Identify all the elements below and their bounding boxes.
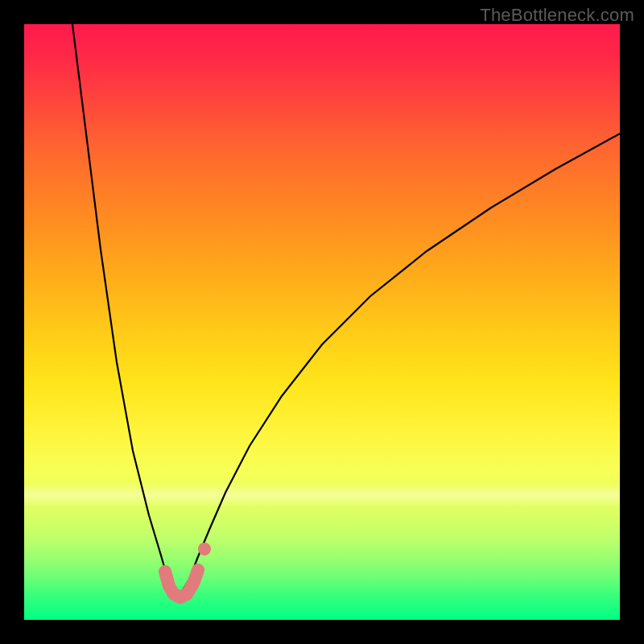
highlight-segment-path bbox=[165, 570, 198, 597]
curve-svg bbox=[24, 24, 620, 620]
bottleneck-curve-path bbox=[72, 24, 620, 597]
plot-area bbox=[24, 24, 620, 620]
watermark-text: TheBottleneck.com bbox=[480, 5, 634, 26]
highlight-dot bbox=[198, 543, 211, 555]
outer-frame: TheBottleneck.com bbox=[0, 0, 644, 644]
